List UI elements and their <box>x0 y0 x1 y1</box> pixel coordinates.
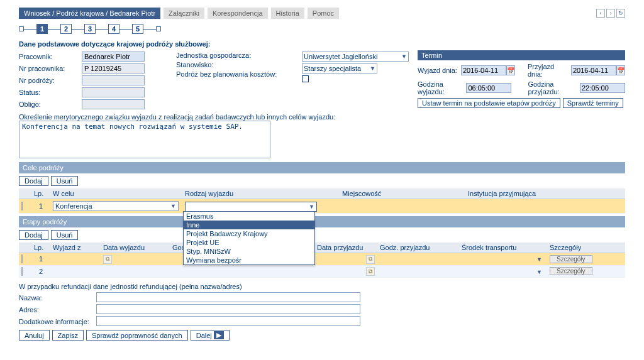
anuluj-button[interactable]: Anuluj <box>19 330 50 341</box>
tab-breadcrumb[interactable]: Wniosek / Podróż krajowa / Bednarek Piot… <box>19 8 160 19</box>
et-row2-chk[interactable] <box>21 267 23 276</box>
pager-refresh-icon: ↻ <box>618 10 623 16</box>
pager: ‹ › ↻ <box>596 9 625 18</box>
etapy-row-2[interactable]: 2 ⧉ ▼ Szczegóły <box>19 265 625 278</box>
pager-next[interactable]: › <box>606 9 615 18</box>
pager-next-icon: › <box>610 10 612 16</box>
dalej-button[interactable]: Dalej ▶ <box>191 330 230 341</box>
chevron-down-icon: ▼ <box>401 53 407 60</box>
cele-header: Cele podróży <box>19 162 625 173</box>
cele-col-rodzaj: Rodzaj wyjazdu <box>182 188 340 199</box>
wyjazd-dnia-label: Wyjazd dnia: <box>418 67 461 74</box>
cele-col-miejsc: Miejscowość <box>340 188 465 199</box>
obligo-input[interactable] <box>82 99 145 109</box>
dalej-label: Dalej <box>196 332 212 339</box>
pager-prev[interactable]: ‹ <box>596 9 605 18</box>
pracownik-label: Pracownik: <box>19 53 82 60</box>
et-col-szcz: Szczegóły <box>547 243 625 253</box>
nrpodrozy-label: Nr podróży: <box>19 77 82 84</box>
dd-opt-projekt-ue[interactable]: Projekt UE <box>184 238 314 247</box>
et-row2-szcz-button[interactable]: Szczegóły <box>550 267 592 275</box>
step-start-square <box>19 26 24 31</box>
tab-attachments[interactable]: Załączniki <box>164 8 204 19</box>
refund-dod-label: Dodatkowe informacje: <box>19 318 94 325</box>
rodzaj-dropdown-open[interactable]: Erasmus Inne Projekt Badawczy Krajowy Pr… <box>183 211 315 265</box>
et-col-dataprz: Data przyjazdu <box>314 243 377 253</box>
et-row1-helper2-icon[interactable]: ⧉ <box>366 255 375 264</box>
jednostka-value: Uniwersytet Jagielloński <box>304 53 377 60</box>
chevron-down-icon: ▼ <box>170 203 176 209</box>
cele-add-button[interactable]: Dodaj <box>19 176 48 186</box>
stanowisko-dropdown[interactable]: Starszy specjalista ▼ <box>302 63 377 74</box>
cele-del-button[interactable]: Usuń <box>51 176 79 186</box>
step-4[interactable]: 4 <box>108 24 119 34</box>
refund-adres-input[interactable] <box>96 304 360 314</box>
przyjazd-cal-button[interactable]: 📅 <box>616 65 625 75</box>
dd-opt-wymiana[interactable]: Wymiana bezpośr <box>184 256 314 265</box>
termin-header: Termin <box>418 50 625 60</box>
ustaw-termin-button[interactable]: Ustaw termin na podstawie etapów podróży <box>418 98 560 108</box>
etapy-table: Lp. Wyjazd z Data wyjazdu Godz. wyjazdu … <box>19 243 625 278</box>
godz-pr-input[interactable] <box>580 83 625 93</box>
dd-opt-projekt-krajowy[interactable]: Projekt Badawczy Krajowy <box>184 229 314 238</box>
cele-row-1-checkbox[interactable] <box>21 202 23 210</box>
cele-col-wcelu: W celu <box>50 188 182 199</box>
wyjazd-date-input[interactable] <box>461 65 506 75</box>
cele-wcelu-dropdown[interactable]: Konferencja ▼ <box>53 201 179 211</box>
sprawdz-dane-button[interactable]: Sprawdź poprawność danych <box>86 330 188 341</box>
et-row2-helper-icon[interactable]: ⧉ <box>366 267 375 276</box>
tab-attachments-label: Załączniki <box>169 9 199 17</box>
refund-adres-label: Adres: <box>19 306 94 314</box>
refund-dod-input[interactable] <box>96 316 360 326</box>
et-row1-helper1-icon[interactable]: ⧉ <box>103 255 112 264</box>
etapy-add-button[interactable]: Dodaj <box>19 230 48 240</box>
bezplan-checkbox[interactable] <box>302 75 309 82</box>
step-2[interactable]: 2 <box>60 24 72 34</box>
et-col-transport: Środek transportu <box>459 243 547 253</box>
tab-help-label: Pomoc <box>313 9 334 17</box>
et-row1-chk[interactable] <box>21 254 23 263</box>
meryt-textarea[interactable]: Konferencja na temat nowych rozwiązań w … <box>19 121 270 158</box>
et-row1-szcz-button[interactable]: Szczegóły <box>550 255 592 263</box>
tab-help[interactable]: Pomoc <box>308 8 339 19</box>
refund-intro: W przypadku refundacji dane jednostki re… <box>19 283 625 290</box>
etapy-header: Etapy podróży <box>19 216 625 227</box>
godz-wy-input[interactable] <box>466 83 511 93</box>
jednostka-dropdown[interactable]: Uniwersytet Jagielloński ▼ <box>302 52 409 62</box>
dd-opt-styp[interactable]: Styp. MNiSzW <box>184 247 314 256</box>
tab-history[interactable]: Historia <box>271 8 304 19</box>
dd-opt-erasmus[interactable]: Erasmus <box>184 212 314 221</box>
tab-korespond[interactable]: Korespondencja <box>208 8 268 19</box>
cele-row-1[interactable]: 1 Konferencja ▼ ▼ <box>19 199 625 214</box>
sprawdz-terminy-button[interactable]: Sprawdź terminy <box>563 98 623 108</box>
step-3[interactable]: 3 <box>84 24 96 34</box>
et-col-lp: Lp. <box>31 243 50 253</box>
etapy-del-button[interactable]: Usuń <box>51 230 79 240</box>
nrpodrozy-input[interactable] <box>82 75 145 85</box>
cele-row-1-lp: 1 <box>31 199 50 214</box>
stanowisko-value: Starszy specjalista <box>304 65 361 72</box>
et-col-datawy: Data wyjazdu <box>101 243 170 253</box>
status-input[interactable] <box>82 87 145 97</box>
et-row2-transport-dd[interactable]: ▼ <box>534 269 545 275</box>
pager-refresh[interactable]: ↻ <box>616 9 625 18</box>
refund-nazwa-input[interactable] <box>96 292 360 302</box>
step-1[interactable]: 1 <box>36 24 48 34</box>
chevron-down-icon: ▼ <box>309 204 314 210</box>
basic-section-title: Dane podstawowe dotyczące krajowej podró… <box>19 40 625 48</box>
step-5[interactable]: 5 <box>132 24 143 34</box>
tab-history-label: Historia <box>276 9 299 17</box>
zapisz-button[interactable]: Zapisz <box>52 330 84 341</box>
pager-prev-icon: ‹ <box>600 10 602 16</box>
stanowisko-label: Stanowisko: <box>176 61 289 68</box>
wyjazd-cal-button[interactable]: 📅 <box>506 65 515 75</box>
cele-rodzaj-dropdown[interactable]: ▼ <box>185 202 317 212</box>
dd-opt-inne[interactable]: Inne <box>184 221 314 229</box>
pracownik-input[interactable] <box>82 52 145 62</box>
nrprac-input[interactable] <box>82 63 145 74</box>
et-row1-transport-dd[interactable]: ▼ <box>534 256 545 263</box>
przyjazd-date-input[interactable] <box>571 65 616 75</box>
etapy-row-1[interactable]: 1 ⧉ ⧉ ▼ Szczegóły <box>19 253 625 266</box>
et-col-godzprz: Godz. przyjazdu <box>377 243 459 253</box>
meryt-label: Określenie merytorycznego związku wyjazd… <box>19 113 625 121</box>
